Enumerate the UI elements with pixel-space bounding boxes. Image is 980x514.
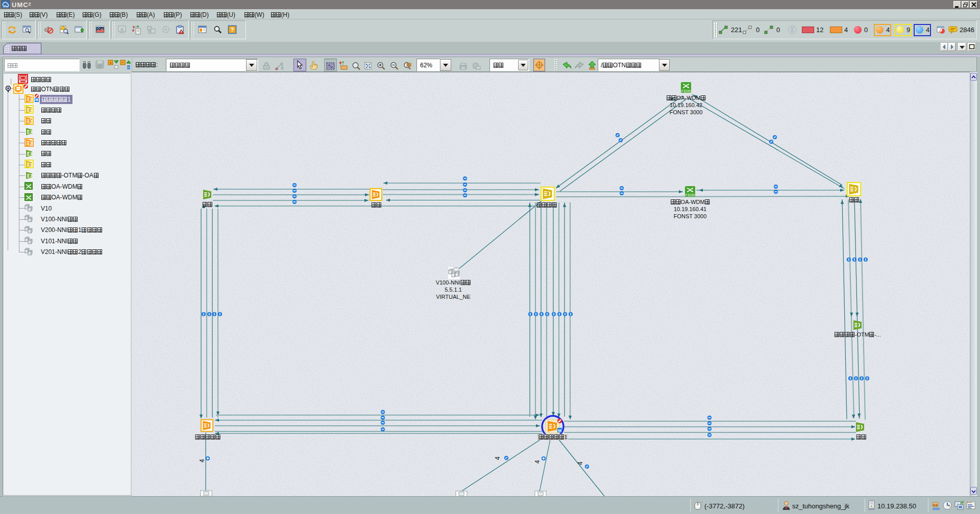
svg-text:X1: X1 bbox=[407, 63, 411, 66]
svg-text:F3100: F3100 bbox=[681, 89, 691, 93]
svg-text:M: M bbox=[558, 428, 561, 433]
svg-text:4: 4 bbox=[199, 459, 206, 462]
svg-text:umc: umc bbox=[3, 5, 8, 8]
svg-text:4: 4 bbox=[494, 456, 501, 460]
svg-text:F3100: F3100 bbox=[685, 193, 695, 197]
svg-text:?: ? bbox=[231, 27, 234, 33]
svg-text:4: 4 bbox=[577, 461, 584, 465]
svg-text:+: + bbox=[109, 61, 112, 65]
svg-text:-: - bbox=[122, 60, 124, 65]
svg-text:4: 4 bbox=[534, 460, 541, 464]
